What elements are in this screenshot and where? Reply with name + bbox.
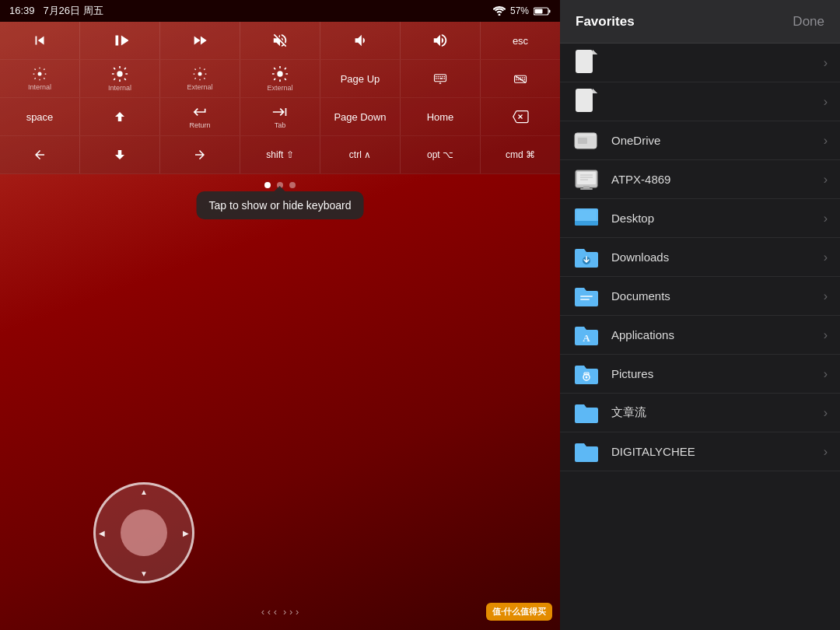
page-dot-3[interactable] bbox=[289, 182, 296, 188]
svg-rect-13 bbox=[436, 78, 437, 79]
svg-rect-2 bbox=[549, 9, 551, 12]
toolbar-row-4: shift ⇧ ctrl ∧ opt ⌥ cmd ⌘ bbox=[0, 136, 560, 173]
shift-button[interactable]: shift ⇧ bbox=[240, 136, 320, 173]
return-button[interactable]: Return bbox=[160, 98, 240, 135]
svg-rect-10 bbox=[439, 76, 441, 78]
svg-point-4 bbox=[117, 71, 122, 76]
list-item-downloads[interactable]: Downloads › bbox=[560, 238, 840, 277]
right-panel: Favorites Done › bbox=[560, 0, 840, 630]
list-item[interactable]: › bbox=[560, 44, 840, 82]
file-icon-digitalychee bbox=[572, 438, 600, 466]
keyboard-hide-button[interactable] bbox=[481, 60, 560, 97]
list-item-documents[interactable]: Documents › bbox=[560, 277, 840, 316]
mute-button[interactable] bbox=[240, 22, 320, 59]
esc-button[interactable]: esc bbox=[481, 22, 560, 59]
ctrl-button[interactable]: ctrl ∧ bbox=[320, 136, 401, 173]
play-pause-button[interactable] bbox=[80, 22, 160, 59]
brightness-dec-external-button[interactable]: External bbox=[160, 60, 240, 97]
svg-rect-8 bbox=[436, 76, 437, 78]
svg-rect-23 bbox=[516, 79, 517, 81]
file-icon-onedrive bbox=[572, 127, 600, 155]
list-item[interactable]: › bbox=[560, 82, 840, 121]
file-icon-desktop bbox=[572, 205, 600, 233]
volume-high-button[interactable] bbox=[401, 22, 481, 59]
file-name: Pictures bbox=[611, 367, 824, 380]
nav-next[interactable]: › › › bbox=[283, 606, 299, 618]
svg-rect-36 bbox=[577, 172, 596, 184]
file-icon-applications: A bbox=[572, 321, 600, 349]
list-item-pictures[interactable]: Pictures › bbox=[560, 355, 840, 394]
favorites-title: Favorites bbox=[576, 14, 635, 30]
cmd-button[interactable]: cmd ⌘ bbox=[481, 136, 560, 173]
arrow-up-button[interactable] bbox=[80, 98, 160, 135]
file-name: OneDrive bbox=[611, 134, 824, 147]
svg-rect-18 bbox=[516, 77, 517, 79]
svg-rect-12 bbox=[444, 76, 446, 78]
page-dot-1[interactable] bbox=[264, 182, 271, 188]
space-button[interactable]: space bbox=[0, 98, 80, 135]
file-name: Documents bbox=[611, 289, 824, 303]
trackpad-arrow-up: ▲ bbox=[140, 488, 148, 496]
watermark: 值·什么值得买 bbox=[486, 603, 552, 621]
rewind-button[interactable] bbox=[0, 22, 80, 59]
file-chevron: › bbox=[824, 250, 828, 264]
opt-button[interactable]: opt ⌥ bbox=[401, 136, 481, 173]
svg-point-3 bbox=[38, 72, 42, 76]
file-icon-doc2 bbox=[572, 88, 600, 116]
list-item-desktop[interactable]: Desktop › bbox=[560, 199, 840, 238]
trackpad-arrow-left: ◀ bbox=[99, 529, 105, 537]
svg-rect-44 bbox=[580, 299, 590, 300]
file-icon-pictures bbox=[572, 360, 600, 388]
toolbar: esc Internal bbox=[0, 22, 560, 174]
trackpad-arrow-right: ▶ bbox=[183, 529, 189, 537]
trackpad-area[interactable]: ▲ ▼ ◀ ▶ bbox=[93, 482, 194, 583]
home-button[interactable]: Home bbox=[401, 98, 481, 135]
file-name: Desktop bbox=[611, 212, 824, 225]
brightness-inc-external-button[interactable]: External bbox=[240, 60, 320, 97]
svg-rect-15 bbox=[439, 78, 443, 79]
keyboard-show-button[interactable] bbox=[401, 60, 481, 97]
arrow-down-button[interactable] bbox=[80, 136, 160, 173]
volume-low-button[interactable] bbox=[320, 22, 401, 59]
wifi-icon bbox=[493, 6, 506, 16]
file-icon-doc1 bbox=[572, 49, 600, 77]
svg-rect-11 bbox=[442, 76, 443, 78]
svg-text:A: A bbox=[583, 332, 590, 344]
list-item-atpx[interactable]: ATPX-4869 › bbox=[560, 160, 840, 199]
status-icons: 57% bbox=[493, 5, 551, 16]
arrow-right-button[interactable] bbox=[160, 136, 240, 173]
file-icon-atpx bbox=[572, 166, 600, 194]
trackpad-inner bbox=[121, 509, 167, 556]
file-chevron: › bbox=[824, 173, 828, 187]
page-up-button[interactable]: Page Up bbox=[320, 60, 401, 97]
keyboard-tooltip[interactable]: Tap to show or hide keyboard bbox=[197, 191, 364, 219]
list-item-onedrive[interactable]: OneDrive › bbox=[560, 121, 840, 160]
fast-forward-button[interactable] bbox=[160, 22, 240, 59]
page-down-button[interactable]: Page Down bbox=[320, 98, 401, 135]
nav-prev[interactable]: ‹ ‹ ‹ bbox=[261, 606, 277, 618]
file-chevron: › bbox=[824, 406, 828, 420]
svg-rect-20 bbox=[520, 77, 521, 79]
svg-rect-38 bbox=[580, 188, 593, 190]
done-button[interactable]: Done bbox=[793, 14, 824, 30]
file-icon-downloads bbox=[572, 243, 600, 271]
brightness-inc-internal-button[interactable]: Internal bbox=[80, 60, 160, 97]
list-item-wenzhanliu[interactable]: 文章流 › bbox=[560, 394, 840, 432]
file-chevron: › bbox=[824, 367, 828, 381]
list-item-digitalychee[interactable]: DIGITALYCHEE › bbox=[560, 432, 840, 471]
file-chevron: › bbox=[824, 56, 828, 70]
list-item-applications[interactable]: A Applications › bbox=[560, 316, 840, 355]
file-chevron: › bbox=[824, 95, 828, 109]
file-name: 文章流 bbox=[611, 405, 824, 420]
trackpad-arrow-down: ▼ bbox=[140, 569, 148, 578]
tab-button[interactable]: Tab bbox=[240, 98, 320, 135]
svg-point-5 bbox=[198, 72, 202, 76]
backspace-button[interactable] bbox=[481, 98, 560, 135]
status-time: 16:39 7月26日 周五 bbox=[9, 4, 103, 18]
arrow-left-button[interactable] bbox=[0, 136, 80, 173]
file-icon-documents bbox=[572, 282, 600, 310]
trackpad-circle[interactable]: ▲ ▼ ◀ ▶ bbox=[93, 482, 194, 583]
brightness-dec-internal-button[interactable]: Internal bbox=[0, 60, 80, 97]
bottom-nav: ‹ ‹ ‹ › › › bbox=[261, 606, 299, 618]
svg-rect-24 bbox=[518, 79, 520, 81]
